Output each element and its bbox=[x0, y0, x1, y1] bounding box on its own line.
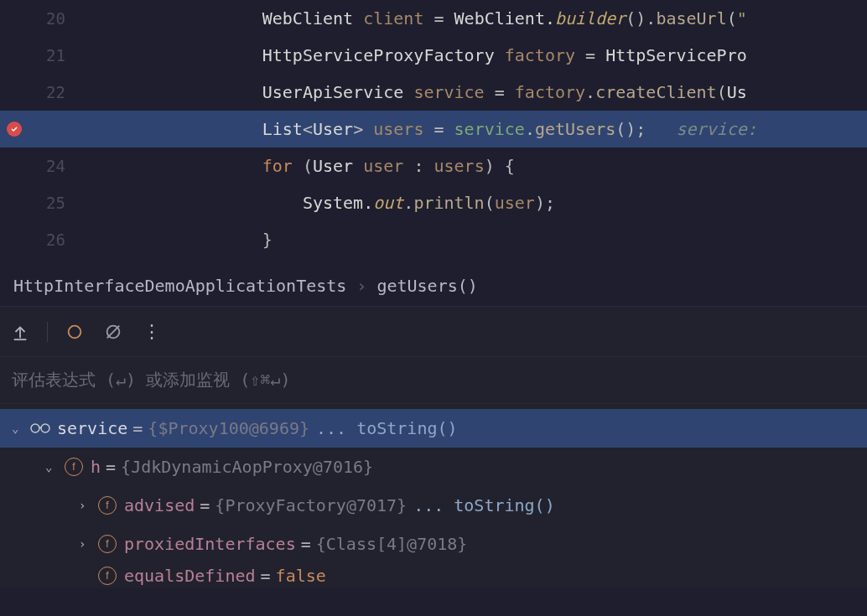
debug-toolbar: ⋮ bbox=[0, 307, 867, 357]
variable-value: {$Proxy100@6969} bbox=[148, 418, 309, 438]
variable-value: {Class[4]@7018} bbox=[316, 534, 468, 554]
code-content[interactable]: List<User> users = service.getUsers(); s… bbox=[80, 119, 867, 139]
divider bbox=[47, 322, 48, 342]
mute-breakpoints-icon[interactable] bbox=[63, 320, 86, 344]
field-icon: f bbox=[96, 567, 119, 585]
line-number: 25 bbox=[34, 194, 80, 212]
field-icon: f bbox=[62, 458, 86, 476]
variable-name: service bbox=[57, 418, 127, 438]
code-line[interactable]: 25 System.out.println(user); bbox=[0, 184, 867, 221]
equals-sign: = bbox=[261, 566, 271, 586]
variable-row[interactable]: ›fadvised = {ProxyFactory@7017} ... toSt… bbox=[0, 486, 867, 525]
variable-value: {JdkDynamicAopProxy@7016} bbox=[121, 457, 373, 477]
svg-point-4 bbox=[41, 424, 49, 432]
code-content[interactable]: } bbox=[80, 230, 867, 250]
disable-breakpoints-icon[interactable] bbox=[101, 320, 125, 344]
variable-row[interactable]: ⌄service = {$Proxy100@6969} ... toString… bbox=[0, 409, 867, 448]
code-content[interactable]: System.out.println(user); bbox=[80, 193, 867, 213]
code-editor[interactable]: 20 WebClient client = WebClient.builder(… bbox=[0, 0, 867, 265]
code-content[interactable]: HttpServiceProxyFactory factory = HttpSe… bbox=[80, 45, 867, 65]
breakpoint-icon[interactable] bbox=[7, 122, 22, 137]
code-line[interactable]: 24 for (User user : users) { bbox=[0, 148, 867, 184]
equals-sign: = bbox=[301, 534, 311, 554]
glasses-icon bbox=[29, 422, 52, 434]
variable-value: false bbox=[276, 566, 326, 586]
breadcrumb[interactable]: HttpInterfaceDemoApplicationTests › getU… bbox=[0, 265, 867, 307]
chevron-down-icon[interactable]: ⌄ bbox=[12, 422, 29, 435]
equals-sign: = bbox=[132, 418, 143, 438]
chevron-right-icon[interactable]: › bbox=[79, 499, 96, 512]
step-out-icon[interactable] bbox=[8, 320, 32, 344]
line-number: 22 bbox=[34, 83, 80, 101]
variable-value: {ProxyFactory@7017} bbox=[215, 495, 407, 515]
variable-name: h bbox=[91, 457, 101, 477]
watch-placeholder: 评估表达式 (↵) 或添加监视 (⇧⌘↵) bbox=[12, 369, 290, 391]
variable-name: proxiedInterfaces bbox=[124, 534, 296, 554]
code-line[interactable]: 22 UserApiService service = factory.crea… bbox=[0, 74, 867, 111]
svg-point-0 bbox=[69, 325, 81, 338]
variable-row[interactable]: ⌄fh = {JdkDynamicAopProxy@7016} bbox=[0, 448, 867, 486]
evaluate-expression-input[interactable]: 评估表达式 (↵) 或添加监视 (⇧⌘↵) bbox=[0, 357, 867, 404]
chevron-down-icon[interactable]: ⌄ bbox=[45, 460, 62, 474]
code-line[interactable]: 21 HttpServiceProxyFactory factory = Htt… bbox=[0, 37, 867, 74]
line-number: 26 bbox=[34, 230, 80, 249]
equals-sign: = bbox=[200, 495, 210, 515]
variable-row[interactable]: ›fproxiedInterfaces = {Class[4]@7018} bbox=[0, 525, 867, 563]
equals-sign: = bbox=[106, 457, 116, 477]
code-content[interactable]: for (User user : users) { bbox=[80, 156, 867, 176]
code-line[interactable]: 26 } bbox=[0, 221, 867, 258]
code-line[interactable]: List<User> users = service.getUsers(); s… bbox=[0, 111, 867, 148]
line-number: 20 bbox=[34, 9, 80, 28]
svg-point-3 bbox=[31, 424, 39, 432]
gutter[interactable] bbox=[0, 122, 34, 137]
variable-row[interactable]: fequalsDefined = false bbox=[0, 563, 867, 588]
chevron-right-icon[interactable]: › bbox=[79, 537, 96, 551]
chevron-right-icon: › bbox=[356, 276, 366, 296]
code-content[interactable]: UserApiService service = factory.createC… bbox=[80, 82, 867, 102]
field-icon: f bbox=[96, 496, 119, 515]
breadcrumb-method[interactable]: getUsers() bbox=[376, 276, 477, 296]
code-content[interactable]: WebClient client = WebClient.builder().b… bbox=[80, 8, 867, 28]
navigate-link[interactable]: ... toString() bbox=[316, 418, 458, 438]
breadcrumb-class[interactable]: HttpInterfaceDemoApplicationTests bbox=[13, 276, 346, 296]
variables-tree[interactable]: ⌄service = {$Proxy100@6969} ... toString… bbox=[0, 404, 867, 588]
line-number: 24 bbox=[34, 157, 80, 175]
variable-name: advised bbox=[124, 495, 195, 515]
more-icon[interactable]: ⋮ bbox=[140, 320, 164, 344]
code-line[interactable]: 20 WebClient client = WebClient.builder(… bbox=[0, 0, 867, 37]
variable-name: equalsDefined bbox=[124, 566, 256, 586]
field-icon: f bbox=[96, 535, 119, 553]
navigate-link[interactable]: ... toString() bbox=[413, 495, 555, 515]
line-number: 21 bbox=[34, 46, 80, 65]
